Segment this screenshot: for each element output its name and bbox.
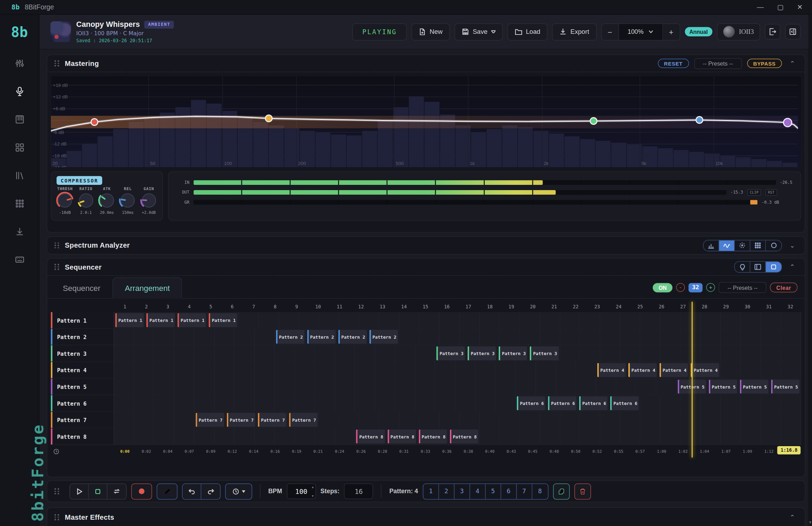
grid-cell[interactable] (275, 395, 295, 412)
grid-cell[interactable] (174, 378, 194, 395)
pattern-block[interactable]: Pattern 4 (597, 363, 626, 377)
grid-cell[interactable] (620, 312, 641, 329)
grid-cell[interactable] (194, 428, 215, 445)
grid-cell[interactable] (641, 329, 661, 345)
grid-cell[interactable] (560, 312, 580, 329)
grid-cell[interactable] (114, 329, 135, 345)
length-increase-button[interactable]: + (706, 283, 715, 292)
zoom-in-button[interactable]: + (663, 24, 680, 40)
grid-cell[interactable] (620, 345, 641, 362)
grid-cell[interactable]: Pattern 1 (114, 312, 145, 329)
pattern-block[interactable]: Pattern 4 (659, 363, 688, 377)
grid-cell[interactable] (560, 329, 580, 345)
rst-button[interactable]: RST (765, 189, 777, 196)
grid-cell[interactable] (636, 378, 657, 395)
pattern-block[interactable]: Pattern 4 (691, 363, 719, 377)
timer-menu-button[interactable] (225, 483, 252, 499)
grid-cell[interactable] (741, 312, 761, 329)
pattern-block[interactable]: Pattern 7 (258, 413, 286, 427)
grid-cell[interactable] (315, 378, 335, 395)
expand-chevron-down-icon[interactable]: ⌄ (787, 242, 798, 249)
grid-cell[interactable]: Pattern 8 (386, 428, 417, 445)
grid-cell[interactable] (215, 345, 235, 362)
grid-cell[interactable] (295, 378, 315, 395)
stop-button[interactable] (89, 484, 108, 499)
grid-cell[interactable] (781, 428, 801, 445)
drag-handle-icon[interactable] (54, 514, 60, 520)
waveform-view-icon[interactable] (719, 240, 735, 251)
grid-cell[interactable]: Pattern 2 (306, 329, 337, 345)
grid-cell[interactable] (154, 345, 175, 362)
grid-cell[interactable] (275, 378, 295, 395)
bypass-button[interactable]: BYPASS (747, 59, 782, 68)
grid-cell[interactable] (335, 395, 355, 412)
grid-cell[interactable] (460, 412, 480, 429)
pattern-block[interactable]: Pattern 8 (356, 429, 385, 443)
collapse-chevron-up-icon[interactable]: ⌃ (787, 263, 798, 271)
knob-ratio[interactable]: RATIO2.0:1 (76, 186, 96, 215)
grid-cell[interactable] (476, 362, 496, 379)
eq-node-5[interactable] (783, 118, 792, 127)
grid-cell[interactable] (174, 362, 194, 379)
grid-cell[interactable]: Pattern 5 (770, 378, 801, 395)
grid-cell[interactable] (154, 329, 175, 345)
grid-cell[interactable] (315, 345, 335, 362)
clip-button[interactable]: CLIP (747, 189, 761, 196)
grid-cell[interactable]: Pattern 4 (690, 362, 721, 379)
zoom-level-select[interactable]: 100% (618, 24, 663, 40)
grid-cell[interactable]: Pattern 7 (194, 412, 225, 429)
grid-cell[interactable]: Pattern 3 (436, 345, 467, 362)
pattern-block[interactable]: Pattern 3 (530, 346, 559, 360)
grid-cell[interactable] (235, 428, 255, 445)
minimize-icon[interactable]: — (757, 3, 764, 11)
grid-cell[interactable] (114, 378, 135, 395)
grid-cell[interactable] (781, 412, 801, 429)
grid-cell[interactable] (415, 345, 436, 362)
pattern-block[interactable]: Pattern 3 (437, 346, 465, 360)
grid-cell[interactable] (154, 395, 175, 412)
grid-cell[interactable] (235, 329, 255, 345)
grid-cell[interactable] (295, 362, 315, 379)
sidebar-item-piano-roll[interactable] (14, 114, 25, 125)
grid-cell[interactable] (616, 378, 636, 395)
dot-grid-view-icon[interactable] (750, 240, 766, 251)
grid-cell[interactable] (721, 362, 741, 379)
grid-cell[interactable] (480, 312, 500, 329)
grid-cell[interactable] (134, 395, 154, 412)
playing-status-button[interactable]: PLAYING (352, 23, 407, 40)
sidebar-item-pads[interactable] (14, 142, 25, 153)
grid-cell[interactable] (781, 312, 801, 329)
grid-cell[interactable]: Pattern 7 (225, 412, 256, 429)
grid-cell[interactable] (536, 378, 556, 395)
pattern-button-2[interactable]: 2 (439, 484, 454, 499)
grid-cell[interactable] (701, 329, 721, 345)
pattern-block[interactable]: Pattern 6 (610, 396, 639, 410)
grid-cell[interactable] (255, 378, 275, 395)
grid-cell[interactable] (134, 428, 154, 445)
grid-cell[interactable] (335, 428, 355, 445)
sidebar-item-mixer[interactable] (14, 58, 25, 69)
grid-cell[interactable] (255, 345, 275, 362)
logout-button[interactable] (765, 24, 781, 39)
pattern-block[interactable]: Pattern 8 (387, 429, 416, 443)
grid-cell[interactable] (299, 312, 319, 329)
grid-cell[interactable] (194, 378, 215, 395)
grid-cell[interactable] (741, 329, 761, 345)
drag-handle-icon[interactable] (54, 488, 60, 494)
pattern-block[interactable]: Pattern 5 (771, 380, 799, 393)
grid-cell[interactable] (174, 329, 194, 345)
bars-view-icon[interactable] (704, 240, 719, 251)
grid-cell[interactable] (496, 378, 516, 395)
grid-cell[interactable]: Pattern 6 (609, 395, 640, 412)
grid-cell[interactable] (641, 395, 661, 412)
grid-cell[interactable] (134, 412, 154, 429)
grid-cell[interactable] (580, 312, 600, 329)
grid-cell[interactable] (154, 412, 175, 429)
grid-cell[interactable] (496, 362, 516, 379)
grid-cell[interactable]: Pattern 8 (418, 428, 449, 445)
grid-cell[interactable] (500, 428, 520, 445)
grid-cell[interactable] (781, 345, 801, 362)
grid-cell[interactable] (395, 378, 415, 395)
grid-cell[interactable] (660, 329, 681, 345)
grid-cell[interactable] (721, 412, 741, 429)
